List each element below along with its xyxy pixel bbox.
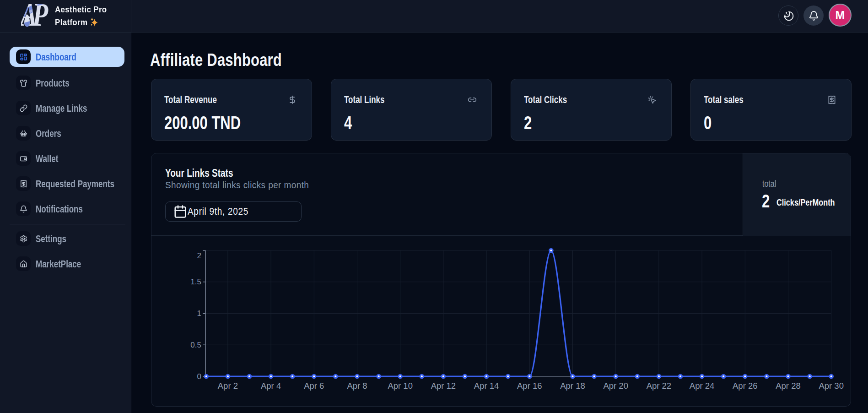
svg-text:Apr 6: Apr 6: [304, 381, 324, 391]
svg-text:1: 1: [197, 309, 201, 318]
svg-text:0.5: 0.5: [190, 341, 201, 349]
svg-text:Apr 28: Apr 28: [776, 381, 801, 391]
svg-text:Apr 4: Apr 4: [261, 381, 281, 391]
svg-text:Apr 8: Apr 8: [347, 381, 367, 391]
svg-text:0: 0: [197, 372, 201, 381]
svg-text:Apr 12: Apr 12: [431, 381, 456, 391]
svg-text:Apr 30: Apr 30: [819, 381, 844, 391]
svg-text:Apr 22: Apr 22: [647, 381, 672, 391]
svg-text:Apr 20: Apr 20: [603, 381, 628, 391]
svg-text:Apr 26: Apr 26: [733, 381, 758, 391]
svg-text:Apr 2: Apr 2: [218, 381, 238, 391]
svg-text:1.5: 1.5: [190, 277, 201, 286]
svg-text:Apr 16: Apr 16: [517, 381, 542, 391]
svg-text:Apr 18: Apr 18: [560, 381, 585, 391]
svg-text:2: 2: [197, 251, 201, 260]
svg-text:Apr 10: Apr 10: [388, 381, 413, 391]
svg-text:Apr 14: Apr 14: [474, 381, 499, 391]
svg-text:Apr 24: Apr 24: [690, 381, 715, 391]
